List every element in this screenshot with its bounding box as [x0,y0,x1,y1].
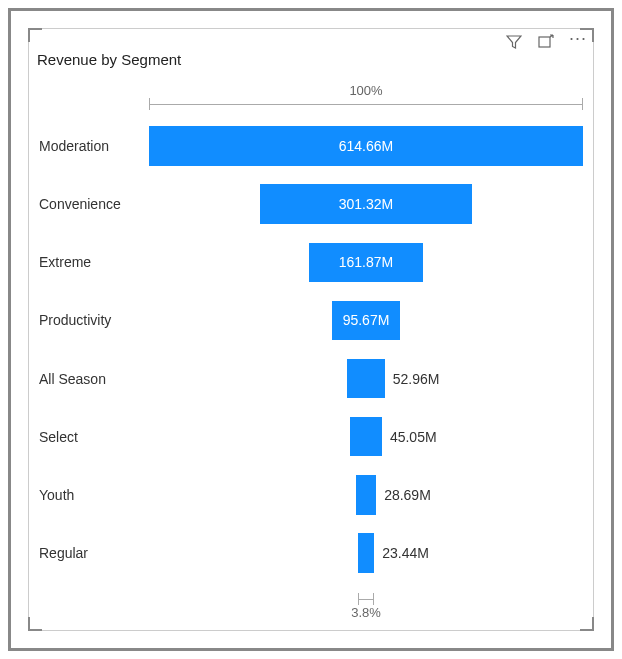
funnel-value-label: 45.05M [390,429,437,445]
scale-bottom-bracket [358,593,375,605]
funnel-category-label: Regular [39,545,143,561]
funnel-row[interactable]: Youth28.69M [149,466,583,524]
visual-outer-frame: ··· Revenue by Segment 100% Moderation61… [8,8,614,651]
funnel-bar[interactable]: 614.66M [149,126,583,166]
more-options-icon[interactable]: ··· [569,33,587,51]
funnel-category-label: Extreme [39,254,143,270]
funnel-category-label: Convenience [39,196,143,212]
visual-toolbar: ··· [505,28,587,56]
funnel-bar[interactable]: 52.96M [347,359,384,399]
funnel-category-label: Moderation [39,138,143,154]
visual-card[interactable]: ··· Revenue by Segment 100% Moderation61… [28,28,594,631]
funnel-bar[interactable]: 95.67M [332,301,400,341]
chart-area: 100% Moderation614.66MConvenience301.32M… [39,83,583,620]
scale-top: 100% [149,83,583,110]
funnel-bar[interactable]: 45.05M [350,417,382,457]
funnel-rows: Moderation614.66MConvenience301.32MExtre… [149,117,583,582]
funnel-row[interactable]: All Season52.96M [149,350,583,408]
funnel-row[interactable]: Convenience301.32M [149,175,583,233]
funnel-category-label: Youth [39,487,143,503]
funnel-value-label: 161.87M [339,254,393,270]
funnel-row[interactable]: Extreme161.87M [149,233,583,291]
scale-top-bracket [149,98,583,110]
funnel-value-label: 23.44M [382,545,429,561]
funnel-value-label: 95.67M [343,312,390,328]
scale-top-label: 100% [149,83,583,98]
funnel-bar[interactable]: 28.69M [356,475,376,515]
focus-mode-icon[interactable] [537,33,555,51]
filter-icon[interactable] [505,33,523,51]
funnel-category-label: Productivity [39,312,143,328]
selection-corner-tl [28,28,42,42]
chart-title: Revenue by Segment [37,51,181,68]
funnel-bar[interactable]: 161.87M [309,243,423,283]
funnel-row[interactable]: Regular23.44M [149,524,583,582]
svg-rect-0 [539,37,550,47]
funnel-value-label: 52.96M [393,371,440,387]
scale-bottom: 3.8% [149,593,583,620]
funnel-row[interactable]: Moderation614.66M [149,117,583,175]
funnel-value-label: 301.32M [339,196,393,212]
funnel-bar[interactable]: 301.32M [260,184,473,224]
funnel-bar[interactable]: 23.44M [358,533,375,573]
funnel-row[interactable]: Select45.05M [149,408,583,466]
funnel-category-label: Select [39,429,143,445]
funnel-row[interactable]: Productivity95.67M [149,291,583,349]
funnel-value-label: 28.69M [384,487,431,503]
funnel-value-label: 614.66M [339,138,393,154]
funnel-category-label: All Season [39,371,143,387]
scale-bottom-label: 3.8% [149,605,583,620]
